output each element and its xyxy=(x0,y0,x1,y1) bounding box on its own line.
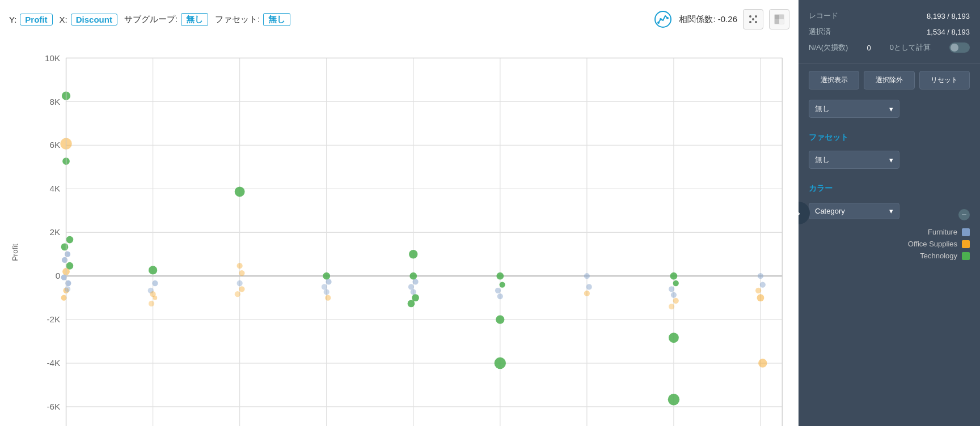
svg-point-3 xyxy=(666,17,669,19)
svg-point-75 xyxy=(239,270,244,276)
svg-point-87 xyxy=(408,284,414,289)
na-row: N/A(欠損数) 0 0として計算 xyxy=(809,40,970,56)
na-toggle[interactable] xyxy=(949,42,970,53)
legend-furniture-dot xyxy=(962,228,970,236)
svg-point-103 xyxy=(671,292,677,297)
na-label: N/A(欠損数) xyxy=(809,42,848,53)
svg-point-56 xyxy=(66,236,74,244)
svg-point-90 xyxy=(408,300,415,307)
svg-point-106 xyxy=(669,333,679,343)
svg-point-104 xyxy=(673,298,679,304)
svg-point-68 xyxy=(152,280,158,286)
svg-text:-4K: -4K xyxy=(47,358,61,368)
color-dropdown[interactable]: Category ▾ xyxy=(809,203,899,219)
svg-rect-13 xyxy=(779,19,784,24)
svg-point-88 xyxy=(411,289,416,295)
svg-point-86 xyxy=(412,279,418,284)
legend-office-supplies-dot xyxy=(962,240,970,248)
svg-point-77 xyxy=(239,286,244,292)
facet-dropdown-arrow: ▾ xyxy=(889,156,893,164)
svg-point-111 xyxy=(757,294,764,301)
svg-point-71 xyxy=(153,296,158,300)
svg-text:4K: 4K xyxy=(50,184,61,193)
svg-text:0: 0 xyxy=(56,271,61,280)
records-value: 8,193 / 8,193 xyxy=(927,12,970,20)
svg-point-66 xyxy=(65,286,70,292)
expand-icon: › xyxy=(799,207,800,219)
x-value[interactable]: Discount xyxy=(71,14,117,25)
show-selection-button[interactable]: 選択表示 xyxy=(809,71,859,90)
chart-inner: 10K 8K 6K 4K 2K 0 -2K -4K -6K -8K 0 0.1 … xyxy=(23,36,789,426)
facet-selector: ファセット: 無し xyxy=(215,13,290,26)
top-bar: Y: Profit X: Discount サブグループ: 無し ファセット: … xyxy=(9,9,789,29)
svg-point-76 xyxy=(237,280,243,286)
color-dropdown-row: Category ▾ − xyxy=(809,203,970,226)
scatter-plot[interactable]: 10K 8K 6K 4K 2K 0 -2K -4K -6K -8K 0 0.1 … xyxy=(23,36,789,426)
svg-point-73 xyxy=(235,186,245,197)
facet-dropdown[interactable]: 無し ▾ xyxy=(809,151,899,169)
chart-icon xyxy=(653,9,673,29)
svg-point-99 xyxy=(584,291,590,296)
svg-point-80 xyxy=(326,279,331,284)
svg-point-4 xyxy=(749,15,751,18)
color-swatch-btn[interactable] xyxy=(769,9,789,29)
svg-point-110 xyxy=(755,288,761,293)
subgroup-dropdown[interactable]: 無し ▾ xyxy=(809,100,899,118)
svg-point-91 xyxy=(496,272,504,280)
legend-item-furniture: Furniture xyxy=(809,226,970,238)
correlation-text: 相関係数: -0.26 xyxy=(679,14,737,25)
facet-section-title: ファセット xyxy=(799,125,980,147)
svg-point-98 xyxy=(586,284,592,289)
svg-point-102 xyxy=(669,286,674,292)
subgroup-label: サブグループ: xyxy=(124,14,178,25)
svg-point-79 xyxy=(323,272,330,280)
y-axis-label: Profit xyxy=(9,36,20,426)
color-section-title: カラー xyxy=(799,176,980,198)
chart-container: Profit xyxy=(9,36,789,426)
svg-point-72 xyxy=(149,301,154,306)
scatter-settings-btn[interactable] xyxy=(743,9,763,29)
svg-point-83 xyxy=(325,295,331,301)
y-axis-selector: Y: Profit xyxy=(9,14,53,25)
svg-point-85 xyxy=(409,272,417,280)
reset-button[interactable]: リセット xyxy=(919,71,970,90)
records-label: レコード xyxy=(809,11,838,21)
svg-point-2 xyxy=(660,18,662,20)
svg-text:2K: 2K xyxy=(50,227,61,237)
svg-point-94 xyxy=(497,293,503,299)
svg-point-6 xyxy=(755,15,757,18)
svg-point-112 xyxy=(758,359,767,367)
facet-value[interactable]: 無し xyxy=(263,13,290,26)
color-section: Category ▾ − Furniture Office Supplies T… xyxy=(799,198,980,266)
exclude-selection-button[interactable]: 選択除外 xyxy=(864,71,914,90)
color-dropdown-value: Category xyxy=(815,207,845,215)
svg-point-105 xyxy=(669,304,674,309)
facet-dropdown-row: 無し ▾ xyxy=(799,147,980,176)
svg-text:8K: 8K xyxy=(50,97,61,107)
x-label: X: xyxy=(60,15,67,24)
facet-label: ファセット: xyxy=(215,14,260,25)
svg-point-84 xyxy=(409,250,417,258)
svg-rect-10 xyxy=(775,15,779,19)
svg-text:-2K: -2K xyxy=(47,314,61,324)
subgroup-dropdown-arrow: ▾ xyxy=(889,105,893,113)
subgroup-value[interactable]: 無し xyxy=(181,13,208,26)
right-panel: › レコード 8,193 / 8,193 選択済 1,534 / 8,193 N… xyxy=(799,0,980,426)
svg-point-78 xyxy=(235,291,240,297)
svg-point-97 xyxy=(584,273,590,279)
svg-text:6K: 6K xyxy=(50,140,61,150)
legend-item-technology: Technology xyxy=(809,250,970,262)
svg-rect-12 xyxy=(775,19,779,24)
y-label: Y: xyxy=(9,15,16,24)
svg-point-8 xyxy=(755,21,757,23)
svg-text:10K: 10K xyxy=(45,53,61,63)
selected-value: 1,534 / 8,193 xyxy=(927,28,970,36)
svg-point-109 xyxy=(760,282,766,287)
x-axis-selector: X: Discount xyxy=(60,14,117,25)
legend-item-office-supplies: Office Supplies xyxy=(809,238,970,250)
svg-point-59 xyxy=(62,257,67,263)
y-value[interactable]: Profit xyxy=(20,14,52,25)
svg-point-67 xyxy=(149,266,157,274)
color-minus-button[interactable]: − xyxy=(958,209,970,220)
main-area: Y: Profit X: Discount サブグループ: 無し ファセット: … xyxy=(0,0,799,426)
